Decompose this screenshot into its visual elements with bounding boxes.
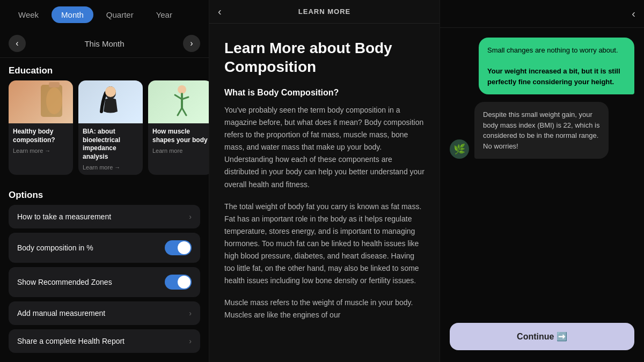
chevron-icon: › bbox=[189, 212, 192, 221]
right-content: Small changes are nothing to worry about… bbox=[440, 28, 644, 315]
option-body-composition[interactable]: Body composition in % bbox=[9, 233, 200, 263]
current-month-label: This Month bbox=[84, 39, 124, 48]
middle-content: Learn More about Body Composition What i… bbox=[209, 24, 440, 362]
continue-button[interactable]: Continue ➡️ bbox=[450, 323, 634, 350]
prev-month-button[interactable]: ‹ bbox=[9, 35, 26, 52]
avatar-emoji: 🌿 bbox=[453, 143, 465, 155]
bubble-dark: Despite this small weight gain, your bod… bbox=[474, 102, 609, 159]
edu-card-1-image bbox=[9, 80, 73, 123]
options-section-title: Options bbox=[0, 182, 209, 205]
middle-header-title: LEARN MORE bbox=[298, 8, 350, 16]
edu-card-3[interactable]: How muscle shapes your body Learn more bbox=[148, 80, 209, 175]
svg-point-4 bbox=[105, 86, 116, 97]
edu-card-1-title: Healthy body composition? bbox=[13, 128, 69, 144]
edu-card-1-link[interactable]: Learn more → bbox=[13, 147, 69, 154]
bubble-dark-row: 🌿 Despite this small weight gain, your b… bbox=[450, 102, 634, 159]
education-cards: Healthy body composition? Learn more → bbox=[0, 80, 209, 182]
svg-point-5 bbox=[178, 85, 186, 94]
svg-line-10 bbox=[182, 108, 186, 115]
svg-point-2 bbox=[46, 87, 62, 114]
edu-card-3-title: How muscle shapes your body bbox=[152, 128, 208, 144]
middle-back-button[interactable]: ‹ bbox=[218, 5, 222, 18]
edu-card-2[interactable]: BIA: about bioelectrical impedance analy… bbox=[78, 80, 143, 175]
edu-card-1[interactable]: Healthy body composition? Learn more → bbox=[9, 80, 73, 175]
bubble-green-text: Small changes are nothing to worry about… bbox=[487, 45, 626, 87]
bubble-green-line1: Small changes are nothing to worry about… bbox=[487, 46, 618, 54]
tab-year[interactable]: Year bbox=[147, 6, 182, 23]
svg-line-9 bbox=[178, 108, 182, 115]
education-section-title: Education bbox=[0, 58, 209, 80]
month-navigator: ‹ This Month › bbox=[0, 29, 209, 58]
card-2-illustration bbox=[78, 80, 143, 123]
option-how-to-measure[interactable]: How to take a measurement › bbox=[9, 205, 200, 228]
right-header: ‹ bbox=[440, 0, 644, 28]
bubble-green-line2: Your weight increased a bit, but it is s… bbox=[487, 67, 620, 86]
option-body-composition-label: Body composition in % bbox=[17, 243, 93, 252]
edu-card-3-body: How muscle shapes your body Learn more bbox=[148, 123, 209, 175]
bubble-dark-text: Despite this small weight gain, your bod… bbox=[483, 109, 600, 151]
article-body-2: The total weight of body fat you carry i… bbox=[224, 201, 425, 287]
tab-month[interactable]: Month bbox=[52, 6, 93, 23]
middle-panel: ‹ LEARN MORE Learn More about Body Compo… bbox=[209, 0, 440, 362]
article-body-3: Muscle mass refers to the weight of musc… bbox=[224, 297, 425, 321]
card-3-illustration bbox=[148, 80, 209, 123]
edu-card-3-link[interactable]: Learn more bbox=[152, 147, 208, 154]
right-back-button[interactable]: ‹ bbox=[632, 8, 635, 20]
option-how-to-measure-label: How to take a measurement bbox=[17, 212, 111, 221]
option-health-report-label: Share a complete Health Report bbox=[17, 337, 125, 345]
card-1-illustration bbox=[9, 80, 73, 123]
avatar: 🌿 bbox=[450, 139, 469, 159]
tab-bar: Week Month Quarter Year bbox=[0, 0, 209, 29]
edu-card-2-link[interactable]: Learn more → bbox=[83, 164, 138, 171]
edu-card-3-image bbox=[148, 80, 209, 123]
middle-header: ‹ LEARN MORE bbox=[209, 0, 440, 24]
article-title: Learn More about Body Composition bbox=[224, 39, 425, 76]
right-footer: Continue ➡️ bbox=[440, 315, 644, 362]
option-add-measurement-label: Add manual measurement bbox=[17, 309, 105, 317]
svg-rect-1 bbox=[49, 82, 60, 87]
edu-card-2-image bbox=[78, 80, 143, 123]
next-month-button[interactable]: › bbox=[183, 35, 200, 52]
tab-quarter[interactable]: Quarter bbox=[97, 6, 143, 23]
options-section: How to take a measurement › Body composi… bbox=[0, 205, 209, 357]
left-panel: Week Month Quarter Year ‹ This Month › E… bbox=[0, 0, 209, 362]
option-health-report[interactable]: Share a complete Health Report › bbox=[9, 329, 200, 353]
chevron-icon-2: › bbox=[189, 309, 192, 317]
option-recommended-zones-label: Show Recommended Zones bbox=[17, 278, 112, 286]
tab-week[interactable]: Week bbox=[9, 6, 48, 23]
right-panel: ‹ Small changes are nothing to worry abo… bbox=[440, 0, 644, 362]
option-recommended-zones[interactable]: Show Recommended Zones bbox=[9, 267, 200, 297]
edu-card-2-title: BIA: about bioelectrical impedance analy… bbox=[83, 128, 138, 161]
edu-card-2-body: BIA: about bioelectrical impedance analy… bbox=[78, 123, 143, 175]
article-subtitle-1: What is Body Composition? bbox=[224, 88, 425, 98]
bubble-green: Small changes are nothing to worry about… bbox=[479, 38, 634, 94]
recommended-zones-toggle[interactable] bbox=[165, 275, 192, 290]
body-composition-toggle[interactable] bbox=[165, 240, 192, 255]
option-add-measurement[interactable]: Add manual measurement › bbox=[9, 301, 200, 325]
article-body-1: You've probably seen the term body compo… bbox=[224, 104, 425, 191]
chevron-icon-3: › bbox=[189, 337, 192, 345]
edu-card-1-body: Healthy body composition? Learn more → bbox=[9, 123, 73, 175]
